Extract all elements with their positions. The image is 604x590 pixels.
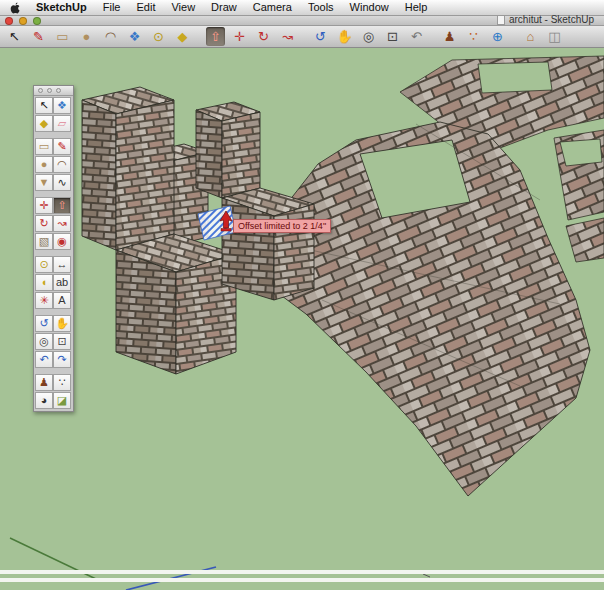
window-titlebar[interactable]: architut - SketchUp [0,16,604,26]
eraser-icon: ▱ [58,118,66,129]
menu-edit[interactable]: Edit [128,0,163,15]
menu-camera[interactable]: Camera [245,0,300,15]
arc-icon: ◠ [105,30,116,43]
offset-icon: ◉ [57,236,67,247]
position-camera-icon: ♟ [39,377,49,388]
toolbar-make-component[interactable]: ❖ [125,27,144,46]
toolbar-orbit[interactable]: ↺ [311,27,330,46]
model-canvas[interactable] [0,0,604,590]
menu-draw[interactable]: Draw [203,0,245,15]
palette-rotate[interactable]: ↻ [35,215,53,232]
menu-sketchup[interactable]: SketchUp [28,0,95,15]
toolbar-zoom-extents[interactable]: ⊡ [383,27,402,46]
apple-menu-icon[interactable] [8,2,22,14]
palette-orbit[interactable]: ↺ [35,315,53,332]
palette-zoom[interactable]: ◎ [35,333,53,350]
toolbar-arc[interactable]: ◠ [101,27,120,46]
toolbar-previous[interactable]: ↶ [407,27,426,46]
palette-pan[interactable]: ✋ [53,315,71,332]
toolbar-follow-me[interactable]: ↝ [278,27,297,46]
toolbar-circle[interactable]: ● [77,27,96,46]
freehand-icon: ∿ [57,177,66,188]
palette-3d-text[interactable]: A [53,292,71,309]
palette-zoom-button[interactable] [56,88,61,93]
step-block-left-face [116,250,176,374]
dimension-icon: ↔ [57,259,68,270]
window-bottom-separator [0,570,604,574]
palette-minimize-button[interactable] [47,88,52,93]
menu-window[interactable]: Window [342,0,397,15]
follow-me-icon: ↝ [282,30,293,43]
palette-close-button[interactable] [38,88,43,93]
toolbar-walk[interactable]: ∵ [464,27,483,46]
walk-icon: ∵ [59,377,66,388]
toolbar-google-earth[interactable]: ⊕ [488,27,507,46]
palette-zoom-extents[interactable]: ⊡ [53,333,71,350]
menu-help[interactable]: Help [397,0,436,15]
menu-view[interactable]: View [163,0,203,15]
window-title-text: architut - SketchUp [509,14,594,25]
paint-bucket-icon: ◆ [40,118,48,129]
sketchup-window: Offset limited to 2 1/4" ↖❖◆▱▭✎●◠▼∿✛⇧↻↝▧… [0,0,604,590]
toolbar-get-models[interactable]: ⌂ [521,27,540,46]
palette-walk[interactable]: ∵ [53,374,71,391]
palette-tape-measure[interactable]: ⊙ [35,256,53,273]
palette-rectangle[interactable]: ▭ [35,138,53,155]
palette-arc[interactable]: ◠ [53,156,71,173]
palette-move[interactable]: ✛ [35,197,53,214]
toolbar-select[interactable]: ↖ [5,27,24,46]
toolbar-move[interactable]: ✛ [230,27,249,46]
look-around-icon: ◕ [41,395,48,406]
palette-polygon[interactable]: ▼ [35,174,53,191]
palette-select[interactable]: ↖ [35,97,53,114]
palette-scale[interactable]: ▧ [35,233,53,250]
toolbar-line[interactable]: ✎ [29,27,48,46]
toolbar-share-model[interactable]: ◫ [545,27,564,46]
toolbar-tape-measure[interactable]: ⊙ [149,27,168,46]
palette-offset[interactable]: ◉ [53,233,71,250]
zoom-button[interactable] [33,17,41,25]
small-column-left-face [196,110,222,198]
circle-icon: ● [83,30,91,43]
palette-circle[interactable]: ● [35,156,53,173]
toolbar-zoom[interactable]: ◎ [359,27,378,46]
toolbar-rotate[interactable]: ↻ [254,27,273,46]
tower-right-face [116,100,174,250]
move-icon: ✛ [234,30,245,43]
line-icon: ✎ [57,141,66,152]
palette-axes[interactable]: ✳ [35,292,53,309]
toolbar-pan[interactable]: ✋ [335,27,354,46]
palette-position-camera[interactable]: ♟ [35,374,53,391]
palette-section-plane[interactable]: ◪ [53,392,71,409]
rotate-icon: ↻ [258,30,269,43]
text-icon: ab [56,277,68,288]
palette-freehand[interactable]: ∿ [53,174,71,191]
select-icon: ↖ [39,100,48,111]
toolbar-rectangle[interactable]: ▭ [53,27,72,46]
palette-paint-bucket[interactable]: ◆ [35,115,53,132]
palette-follow-me[interactable]: ↝ [53,215,71,232]
palette-look-around[interactable]: ◕ [35,392,53,409]
palette-make-component[interactable]: ❖ [53,97,71,114]
push-pull-icon: ⇧ [210,30,221,43]
previous-icon: ↶ [411,30,422,43]
palette-text[interactable]: ab [53,274,71,291]
palette-eraser[interactable]: ▱ [53,115,71,132]
zoom-icon: ◎ [363,30,374,43]
palette-line[interactable]: ✎ [53,138,71,155]
toolbar-paint-bucket[interactable]: ◆ [173,27,192,46]
palette-protractor[interactable]: ◖ [35,274,53,291]
toolbar-position-camera[interactable]: ♟ [440,27,459,46]
close-button[interactable] [5,17,13,25]
menu-file[interactable]: File [95,0,129,15]
next-icon: ↷ [57,354,66,365]
palette-previous[interactable]: ↶ [35,351,53,368]
palette-push-pull[interactable]: ⇧ [53,197,71,214]
toolbar-push-pull[interactable]: ⇧ [206,27,225,46]
palette-next[interactable]: ↷ [53,351,71,368]
palette-titlebar[interactable] [34,86,73,96]
minimize-button[interactable] [19,17,27,25]
palette-dimension[interactable]: ↔ [53,256,71,273]
menu-tools[interactable]: Tools [300,0,342,15]
rotate-icon: ↻ [39,218,48,229]
